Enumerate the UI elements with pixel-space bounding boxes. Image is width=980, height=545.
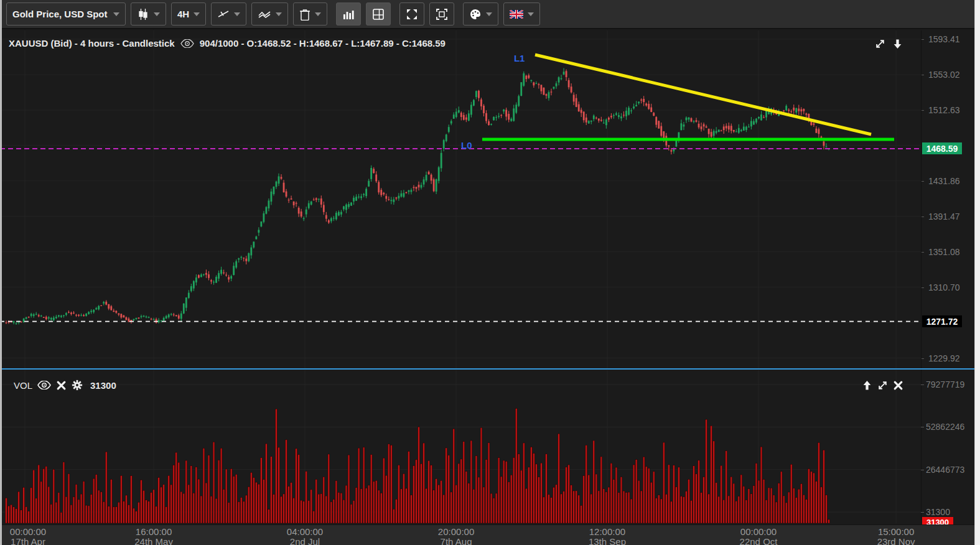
trash-icon	[299, 8, 310, 21]
grid-icon	[372, 8, 385, 21]
uk-flag-icon	[510, 10, 523, 19]
move-up-icon[interactable]	[862, 380, 872, 391]
volume-toggle-button[interactable]	[336, 2, 361, 26]
time-axis-label: 00:00:0022nd Oct	[718, 527, 799, 545]
axis-tick-mark	[921, 470, 924, 470]
candles	[6, 68, 830, 325]
language-button[interactable]	[503, 2, 540, 26]
price-pane-title: XAUUSD (Bid) - 4 hours - Candlestick	[9, 38, 175, 49]
resize-pane-icon[interactable]	[875, 39, 885, 49]
chevron-down-icon	[315, 12, 321, 19]
close-icon[interactable]	[893, 380, 903, 391]
volume-axis-label: 79277719	[926, 380, 976, 389]
chevron-down-icon	[113, 12, 119, 19]
bar-chart-icon	[342, 9, 355, 20]
chart-canvas[interactable]	[0, 0, 980, 545]
axis-tick-mark	[921, 427, 924, 427]
axis-tick-mark	[921, 384, 924, 385]
close-icon[interactable]	[56, 380, 67, 391]
chevron-down-icon	[486, 12, 492, 19]
price-axis-label: 1310.70	[928, 282, 978, 292]
price-axis-label: 1512.63	[928, 105, 978, 115]
chevron-down-icon	[528, 12, 534, 19]
ohlc-info: 904/1000 - O:1468.52 - H:1468.67 - L:146…	[200, 38, 446, 49]
chevron-down-icon	[234, 12, 240, 19]
price-axis-label: 1391.47	[928, 212, 978, 221]
gear-icon[interactable]	[72, 380, 83, 391]
time-axis-label: 20:00:007th Aug	[416, 527, 497, 545]
gridlines	[0, 30, 921, 523]
price-axis-label: 1351.08	[928, 247, 978, 257]
time-axis-label: 15:00:0023rd Nov	[856, 527, 936, 545]
scrollbar[interactable]	[974, 0, 980, 545]
delete-drawings-button[interactable]	[293, 2, 327, 26]
candlestick-icon	[137, 8, 149, 21]
price-pane-actions	[875, 39, 903, 49]
arrows-out-icon	[406, 8, 418, 21]
annotation-label-l0[interactable]: L0	[461, 140, 472, 151]
volume-value: 31300	[90, 380, 116, 391]
axis-tick-mark	[921, 512, 924, 513]
timeframe-label: 4H	[177, 9, 189, 19]
time-axis-label: 12:00:0013th Sep	[567, 527, 648, 545]
volume-axis-label: 26446773	[926, 465, 976, 475]
volume-pane-actions	[862, 380, 903, 391]
price-axis-label: 1553.02	[928, 70, 978, 80]
symbol-select-button[interactable]: Gold Price, USD Spot	[6, 2, 126, 26]
time-axis-label: 04:00:002nd Jul	[264, 527, 345, 545]
grid-layout-button[interactable]	[366, 2, 391, 26]
price-axis-label: 1431.86	[928, 176, 978, 186]
timeframe-button[interactable]: 4H	[171, 2, 206, 26]
volume-label: VOL	[14, 380, 32, 391]
volume-bars	[6, 409, 830, 523]
frame-icon	[436, 8, 448, 21]
theme-palette-button[interactable]	[463, 2, 498, 26]
eye-icon[interactable]	[37, 381, 51, 389]
expand-button[interactable]	[399, 2, 424, 26]
chevron-down-icon	[194, 12, 200, 19]
line-tool-button[interactable]	[211, 2, 246, 26]
price-axis-label: 1229.92	[928, 353, 978, 363]
trading-terminal: Gold Price, USD Spot 4H	[0, 0, 980, 545]
chart-type-button[interactable]	[131, 2, 166, 26]
current-price-badge: 1468.59	[922, 142, 962, 154]
pane-divider[interactable]	[0, 368, 975, 370]
fit-screen-button[interactable]	[429, 2, 454, 26]
marked-level-badge: 1271.72	[922, 315, 962, 327]
symbol-label: Gold Price, USD Spot	[12, 9, 108, 19]
annotation-lines	[0, 55, 921, 322]
time-axis-label: 00:00:0017th Apr	[0, 527, 68, 545]
resize-pane-icon[interactable]	[877, 380, 888, 391]
eye-icon[interactable]	[180, 39, 194, 48]
chevron-down-icon	[154, 12, 160, 19]
time-axis-label: 16:00:0024th May	[113, 527, 194, 545]
annotation-label-l1[interactable]: L1	[514, 53, 525, 63]
toolbar: Gold Price, USD Spot 4H	[2, 0, 975, 29]
trendline-icon	[217, 8, 230, 21]
move-down-icon[interactable]	[892, 39, 903, 49]
price-axis-label: 1593.41	[928, 34, 978, 44]
price-pane-header: XAUUSD (Bid) - 4 hours - Candlestick 904…	[9, 38, 446, 49]
window-left-edge	[0, 0, 2, 545]
indicator-icon	[258, 9, 271, 20]
time-axis[interactable]: 00:00:0017th Apr16:00:0024th May04:00:00…	[0, 524, 975, 545]
volume-axis-label: 52862246	[926, 422, 976, 432]
chevron-down-icon	[276, 12, 282, 19]
indicators-button[interactable]	[251, 2, 288, 26]
palette-icon	[469, 8, 482, 21]
volume-pane-header: VOL 31300	[14, 380, 116, 391]
volume-axis-label: 31300	[926, 507, 976, 517]
axis-separator	[921, 30, 922, 524]
trend-line[interactable]	[535, 55, 871, 134]
